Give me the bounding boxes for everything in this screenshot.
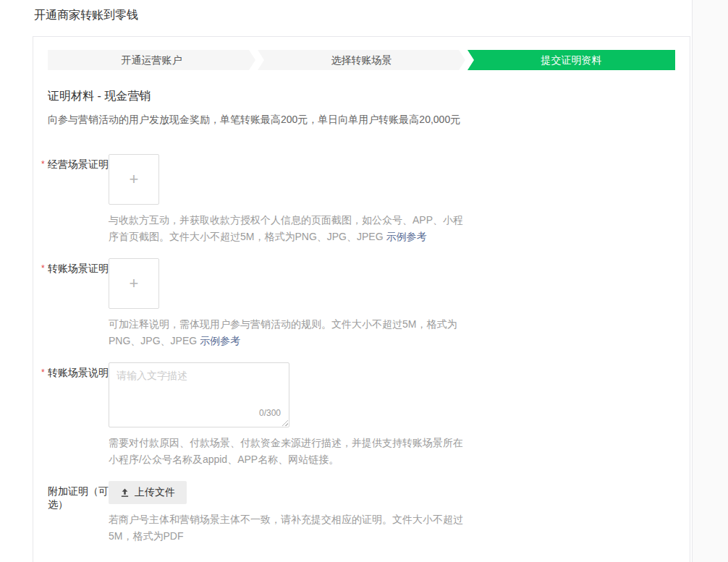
example-reference-link[interactable]: 示例参考 <box>200 335 240 346</box>
field-help-text: 若商户号主体和营销场景主体不一致，请补充提交相应的证明。文件大小不超过5M，格式… <box>109 511 465 545</box>
wizard-stepper: 开通运营账户 选择转账场景 提交证明资料 <box>48 50 675 70</box>
upload-file-label: 上传文件 <box>135 486 175 499</box>
field-label: * 转账场景说明 <box>48 362 109 468</box>
image-upload-box[interactable]: + <box>109 154 159 205</box>
field-control: 0/300 需要对付款原因、付款场景、付款资金来源进行描述，并提供支持转账场景所… <box>109 362 675 468</box>
plus-icon: + <box>130 171 139 187</box>
step-label: 选择转账场景 <box>331 54 392 66</box>
field-control: + 与收款方互动，并获取收款方授权个人信息的页面截图，如公众号、APP、小程序首… <box>109 154 675 245</box>
step-choose-transfer-scene: 选择转账场景 <box>258 50 465 70</box>
field-help-text: 可加注释说明，需体现用户参与营销活动的规则。文件大小不超过5M，格式为PNG、J… <box>109 316 465 349</box>
field-help-text: 需要对付款原因、付款场景、付款资金来源进行描述，并提供支持转账场景所在小程序/公… <box>109 435 465 468</box>
upload-file-button[interactable]: 上传文件 <box>109 481 187 504</box>
required-asterisk: * <box>41 264 45 273</box>
required-asterisk: * <box>41 160 45 169</box>
field-additional-proof: 附加证明（可选） 上传文件 若商户号主体和营销场景主体不一致，请补充提交相应的证… <box>48 481 675 545</box>
field-help-text: 与收款方互动，并获取收款方授权个人信息的页面截图，如公众号、APP、小程序首页截… <box>109 212 465 245</box>
plus-icon: + <box>130 276 139 291</box>
upload-icon <box>120 488 130 498</box>
field-label: * 转账场景证明 <box>48 258 109 349</box>
field-control: + 可加注释说明，需体现用户参与营销活动的规则。文件大小不超过5M，格式为PNG… <box>109 258 675 349</box>
step-submit-proof-materials: 提交证明资料 <box>467 50 675 70</box>
section-description: 向参与营销活动的用户发放现金奖励，单笔转账最高200元，单日向单用户转账最高20… <box>48 114 675 127</box>
merchant-transfer-setup-page: 开通商家转账到零钱 开通运营账户 选择转账场景 提交证明资料 证明材料 - 现金… <box>0 0 693 562</box>
section-heading: 证明材料 - 现金营销 <box>48 89 675 104</box>
field-transfer-scene-description: * 转账场景说明 0/300 需要对付款原因、付款场景、付款资金来源进行描述，并… <box>48 362 675 468</box>
field-label: * 经营场景证明 <box>48 154 109 245</box>
field-business-scene-proof: * 经营场景证明 + 与收款方互动，并获取收款方授权个人信息的页面截图，如公众号… <box>48 154 675 245</box>
page-title: 开通商家转账到零钱 <box>34 8 692 23</box>
content-card: 开通运营账户 选择转账场景 提交证明资料 证明材料 - 现金营销 向参与营销活动… <box>33 36 690 562</box>
field-control: 上传文件 若商户号主体和营销场景主体不一致，请补充提交相应的证明。文件大小不超过… <box>109 481 675 545</box>
field-transfer-scene-proof: * 转账场景证明 + 可加注释说明，需体现用户参与营销活动的规则。文件大小不超过… <box>48 258 675 349</box>
field-label: 附加证明（可选） <box>48 481 109 545</box>
step-open-operating-account: 开通运营账户 <box>48 50 255 70</box>
image-upload-box[interactable]: + <box>109 258 159 309</box>
example-reference-link[interactable]: 示例参考 <box>386 231 426 242</box>
required-asterisk: * <box>41 368 45 377</box>
step-label: 开通运营账户 <box>122 54 182 66</box>
step-label: 提交证明资料 <box>541 54 602 66</box>
description-textarea-wrap: 0/300 <box>109 362 289 427</box>
proof-materials-form: * 经营场景证明 + 与收款方互动，并获取收款方授权个人信息的页面截图，如公众号… <box>48 154 675 545</box>
char-counter: 0/300 <box>259 408 281 418</box>
